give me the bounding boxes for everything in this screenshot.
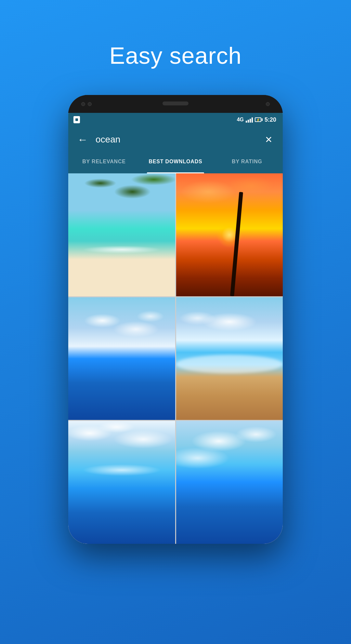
ocean-sky-image [68,297,175,420]
sim-icon [73,116,80,123]
front-camera-area [81,102,92,106]
search-bar: ← ocean ✕ [68,127,283,153]
ocean-wave-image [68,421,175,544]
phone-screen: 4G ⚡ 5:20 ← ocean ✕ [68,113,283,544]
battery-tip [262,118,263,121]
image-grid [68,173,283,544]
tabs-bar: BY RELEVANCE BEST DOWNLOADS BY RATING [68,153,283,173]
signal-bar-4 [252,117,253,123]
battery-icon: ⚡ [255,117,263,122]
status-left [73,116,80,123]
battery-body: ⚡ [255,117,261,122]
time-display: 5:20 [265,116,276,123]
signal-bar-2 [248,120,249,123]
battery-bolt: ⚡ [256,118,260,122]
sunset-palm-image [176,173,283,296]
status-bar: 4G ⚡ 5:20 [68,113,283,127]
ocean-wave2-image [176,421,283,544]
grid-cell-4[interactable] [176,297,283,420]
signal-bar-3 [250,119,251,123]
back-button[interactable]: ← [76,133,89,146]
clear-search-button[interactable]: ✕ [262,133,275,146]
grid-cell-1[interactable] [68,173,175,296]
grid-cell-5[interactable] [68,421,175,544]
front-sensor-dot [88,102,92,106]
page-title: Easy search [109,42,241,69]
grid-cell-2[interactable] [176,173,283,296]
phone-frame: 4G ⚡ 5:20 ← ocean ✕ [68,95,283,544]
phone-speaker [162,101,188,105]
search-query-text[interactable]: ocean [96,134,255,145]
grid-cell-3[interactable] [68,297,175,420]
phone-top-bar [68,95,283,113]
grid-cell-6[interactable] [176,421,283,544]
front-camera-dot [81,102,85,106]
signal-label: 4G [237,117,244,123]
beach-shore-image [176,297,283,420]
tab-by-relevance[interactable]: BY RELEVANCE [68,153,140,173]
beach-tropical-image [68,173,175,296]
tab-by-rating[interactable]: BY RATING [211,153,283,173]
status-right: 4G ⚡ 5:20 [237,116,276,123]
front-camera-right [266,102,270,106]
tab-best-downloads[interactable]: BEST DOWNLOADS [140,153,211,173]
signal-bar-1 [246,121,247,123]
signal-bars [246,117,253,123]
